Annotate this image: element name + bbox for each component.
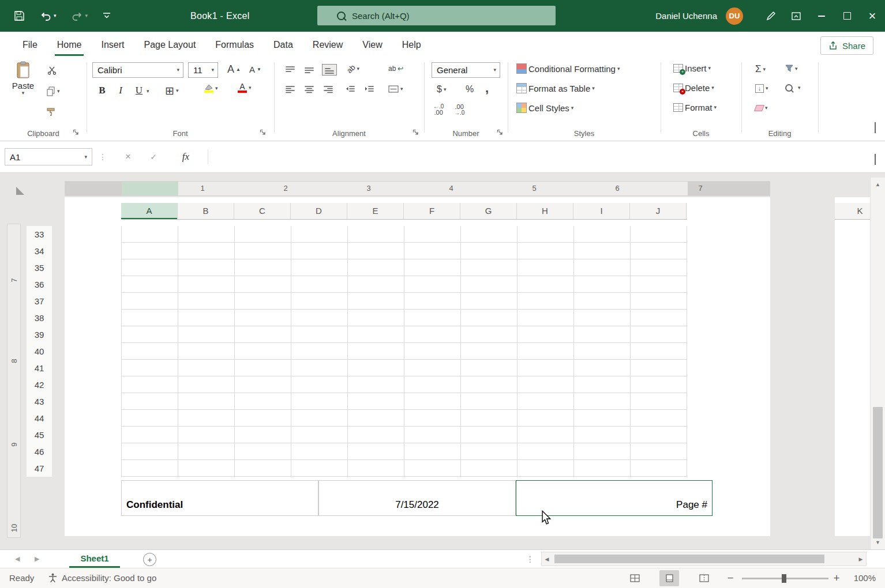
collapse-ribbon-button[interactable] bbox=[875, 123, 876, 134]
increase-decimal-button[interactable]: ←.0 .00 bbox=[433, 104, 444, 116]
tab-file[interactable]: File bbox=[13, 32, 47, 58]
fill-button[interactable]: ↓ ▾ bbox=[755, 84, 768, 93]
page-break-preview-button[interactable] bbox=[694, 570, 714, 586]
column-header-a[interactable]: A bbox=[121, 203, 178, 219]
page-layout-view-button[interactable] bbox=[659, 570, 679, 586]
align-center-button[interactable] bbox=[305, 85, 314, 93]
horizontal-scrollbar[interactable]: ◀ ▶ bbox=[541, 552, 867, 566]
redo-button[interactable]: ▾ bbox=[72, 11, 88, 21]
row-header[interactable]: 38 bbox=[27, 310, 52, 326]
row-header[interactable]: 37 bbox=[27, 293, 52, 310]
cancel-button[interactable]: × bbox=[118, 148, 138, 165]
find-select-button[interactable]: ▾ bbox=[785, 84, 801, 92]
formula-input[interactable] bbox=[209, 148, 860, 165]
row-header[interactable]: 46 bbox=[27, 443, 52, 460]
previous-sheet-button[interactable]: ◀ bbox=[15, 550, 20, 568]
scroll-left-icon[interactable]: ◀ bbox=[542, 552, 552, 566]
new-sheet-button[interactable]: + bbox=[143, 553, 156, 566]
copy-button[interactable]: ▾ bbox=[46, 86, 60, 96]
italic-button[interactable]: I bbox=[113, 83, 128, 98]
font-name-combo[interactable]: Calibri ▾ bbox=[92, 62, 183, 78]
horizontal-scrollbar-thumb[interactable] bbox=[554, 555, 824, 563]
scroll-up-icon[interactable]: ▲ bbox=[871, 179, 885, 190]
tab-formulas[interactable]: Formulas bbox=[205, 32, 264, 58]
shrink-font-button[interactable]: A▼ bbox=[249, 65, 261, 74]
column-header-c[interactable]: C bbox=[234, 203, 291, 219]
decrease-decimal-button[interactable]: .00 →.0 bbox=[454, 104, 464, 116]
vertical-scrollbar[interactable]: ▲ ▼ bbox=[870, 178, 885, 549]
tab-review[interactable]: Review bbox=[303, 32, 352, 58]
zoom-in-button[interactable]: + bbox=[830, 568, 843, 587]
comma-style-button[interactable]: , bbox=[485, 81, 489, 96]
format-cells-button[interactable]: Format ▾ bbox=[673, 103, 717, 112]
paste-button[interactable]: Paste ▾ bbox=[9, 61, 37, 96]
accounting-format-button[interactable]: $▾ bbox=[437, 84, 446, 95]
column-header-d[interactable]: D bbox=[291, 203, 347, 219]
minimize-button[interactable] bbox=[809, 0, 834, 32]
row-header[interactable]: 44 bbox=[27, 410, 52, 427]
font-color-button[interactable]: A ▾ bbox=[238, 83, 252, 93]
format-as-table-button[interactable]: Format as Table ▾ bbox=[516, 83, 595, 93]
row-header[interactable]: 43 bbox=[27, 393, 52, 410]
increase-indent-button[interactable] bbox=[365, 85, 374, 93]
number-format-combo[interactable]: General ▾ bbox=[432, 62, 500, 78]
format-painter-button[interactable] bbox=[46, 107, 55, 116]
zoom-slider-thumb[interactable] bbox=[782, 574, 786, 583]
scroll-down-icon[interactable]: ▼ bbox=[871, 537, 885, 548]
ribbon-display-options-button[interactable] bbox=[783, 0, 809, 32]
column-header-b[interactable]: B bbox=[178, 203, 234, 219]
bold-button[interactable]: B bbox=[95, 83, 110, 98]
row-header[interactable]: 41 bbox=[27, 360, 52, 376]
tab-home[interactable]: Home bbox=[47, 32, 92, 58]
insert-function-button[interactable]: fx bbox=[175, 148, 196, 165]
align-right-button[interactable] bbox=[324, 85, 333, 93]
fill-color-button[interactable]: ▾ bbox=[204, 84, 218, 93]
cell-styles-button[interactable]: Cell Styles ▾ bbox=[516, 103, 573, 113]
save-button[interactable] bbox=[14, 10, 25, 21]
merge-center-button[interactable]: ▾ bbox=[388, 85, 403, 93]
insert-cells-button[interactable]: + Insert ▾ bbox=[673, 63, 711, 73]
borders-button[interactable]: ⊞▾ bbox=[165, 84, 178, 97]
row-header[interactable]: 40 bbox=[27, 343, 52, 360]
accessibility-status[interactable]: Accessibility: Good to go bbox=[48, 568, 156, 587]
wrap-text-button[interactable]: ab ↩ bbox=[388, 65, 403, 73]
underline-button[interactable]: U bbox=[132, 83, 147, 98]
row-header[interactable]: 39 bbox=[27, 326, 52, 343]
row-header[interactable]: 35 bbox=[27, 259, 52, 276]
tab-page-layout[interactable]: Page Layout bbox=[134, 32, 205, 58]
tab-insert[interactable]: Insert bbox=[91, 32, 134, 58]
zoom-level[interactable]: 100% bbox=[843, 568, 876, 587]
vertical-scrollbar-thumb[interactable] bbox=[873, 407, 883, 538]
formula-bar-resizer[interactable]: ⋮ bbox=[97, 148, 108, 165]
autosum-button[interactable]: Σ▾ bbox=[755, 63, 766, 75]
column-header-f[interactable]: F bbox=[404, 203, 460, 219]
row-header[interactable]: 47 bbox=[27, 460, 52, 477]
clear-button[interactable]: ▾ bbox=[755, 105, 768, 111]
chevron-down-icon[interactable]: ▾ bbox=[147, 89, 149, 94]
font-size-combo[interactable]: 11 ▾ bbox=[188, 62, 218, 78]
tab-data[interactable]: Data bbox=[264, 32, 303, 58]
ink-pen-button[interactable] bbox=[758, 0, 783, 32]
decrease-indent-button[interactable] bbox=[346, 85, 355, 93]
align-middle-button[interactable] bbox=[305, 66, 314, 74]
horizontal-ruler[interactable]: 1 2 3 4 5 6 7 bbox=[65, 181, 770, 196]
undo-button[interactable]: ▾ bbox=[40, 11, 57, 21]
column-header-e[interactable]: E bbox=[347, 203, 404, 219]
avatar[interactable]: DU bbox=[726, 7, 743, 25]
tab-bar-resizer[interactable]: ⋮ bbox=[526, 550, 534, 568]
row-header[interactable]: 33 bbox=[27, 226, 52, 243]
footer-center-section[interactable]: 7/15/2022 bbox=[318, 480, 516, 516]
cell-grid[interactable] bbox=[121, 226, 687, 477]
align-left-button[interactable] bbox=[286, 85, 295, 93]
align-top-button[interactable] bbox=[286, 66, 295, 74]
sort-filter-button[interactable]: ▾ bbox=[785, 65, 798, 73]
share-button[interactable]: Share bbox=[820, 36, 873, 55]
zoom-slider[interactable] bbox=[742, 578, 828, 579]
orientation-button[interactable]: ab ▾ bbox=[347, 65, 359, 73]
expand-formula-bar-button[interactable] bbox=[875, 154, 876, 164]
sheet-tab-sheet1[interactable]: Sheet1 bbox=[69, 550, 120, 568]
footer-left-section[interactable]: Confidential bbox=[121, 480, 318, 516]
vertical-ruler[interactable]: 7 8 9 10 bbox=[7, 224, 21, 538]
row-header[interactable]: 42 bbox=[27, 376, 52, 393]
tab-view[interactable]: View bbox=[352, 32, 392, 58]
